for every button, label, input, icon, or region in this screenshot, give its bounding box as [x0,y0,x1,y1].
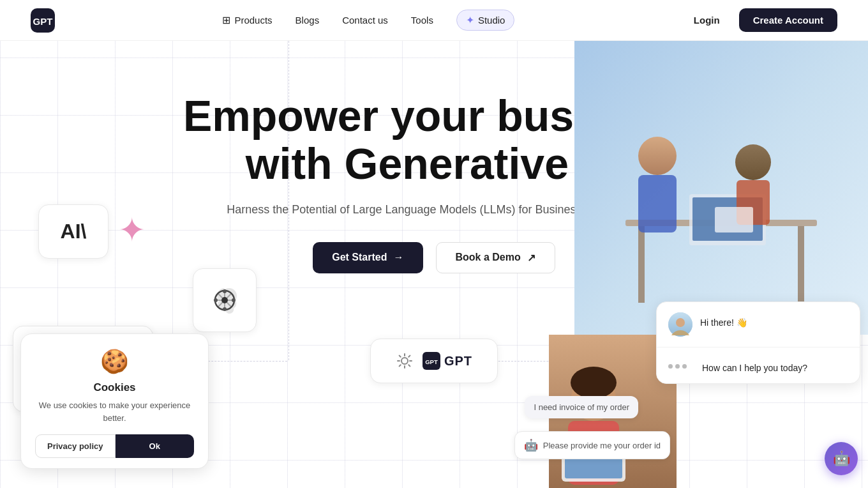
cookie-icon: 🍪 [100,348,129,374]
provide-bubble: 🤖 Please provide me your order id [514,431,670,459]
svg-rect-13 [638,226,645,303]
svg-rect-14 [798,226,804,303]
svg-rect-11 [574,41,868,335]
right-photo-section [549,41,868,488]
svg-point-8 [401,358,408,364]
svg-point-24 [571,367,617,399]
chat-avatar-hi [668,312,692,337]
cookie-ok-button[interactable]: Ok [116,434,195,458]
openai-icon [207,283,242,317]
cookie-actions: Privacy policy Ok [35,434,194,458]
robot-icon: 🤖 [833,450,850,467]
nav-actions: Login Create Account [682,8,837,32]
invoice-text: I need invoice of my order [534,402,629,412]
book-demo-button[interactable]: Book a Demo ↗ [436,242,555,273]
gpt-center-logo-box: GPT GPT [370,339,498,383]
pink-star-decoration: ✦ [118,211,146,249]
logo-icon: GPT [31,8,55,33]
book-demo-label: Book a Demo [456,252,521,263]
studio-star-icon: ✦ [466,14,474,26]
wave-dot-2 [675,364,680,369]
ai-card: AI\ [38,204,108,259]
arrow-right-icon: → [394,252,404,263]
cookie-icon-wrap: 🍪 [35,348,194,375]
chat-row-help: How can I help you today? [657,347,860,383]
chat-text-help: How can I help you today? [694,358,807,373]
svg-point-6 [214,298,218,302]
cookie-banner: 🍪 Cookies We use cookies to make your ex… [20,333,209,469]
nav-item-products[interactable]: ⊞ Products [222,14,272,26]
navbar: GPT ⊞ Products Blogs Contact us Tools [0,0,868,41]
nav-label-contact: Contact us [342,15,388,26]
main-photo-overlay [574,41,868,335]
create-account-button[interactable]: Create Account [739,8,837,32]
nav-label-products: Products [234,15,272,26]
external-link-icon: ↗ [527,252,535,264]
nav-logo[interactable]: GPT [31,8,55,33]
privacy-policy-button[interactable]: Privacy policy [35,434,116,458]
login-button[interactable]: Login [682,10,731,31]
nav-label-tools: Tools [411,15,433,26]
nav-item-contact[interactable]: Contact us [342,15,388,26]
svg-point-19 [735,144,771,180]
robot-chat-button[interactable]: 🤖 [825,442,858,475]
chat-box-right: Hi there! 👋 How can I help you today? [656,301,860,384]
wave-dot-1 [668,364,673,369]
wave-loading [668,358,687,369]
provide-text: Please provide me your order id [543,441,661,450]
svg-rect-18 [638,175,677,233]
nav-label-studio: Studio [478,15,505,26]
openai-logo-card [193,268,257,332]
svg-point-5 [223,307,227,311]
svg-text:GPT: GPT [33,16,53,27]
svg-rect-21 [715,207,753,233]
svg-point-17 [638,137,677,175]
cookie-description: We use cookies to make your experience b… [35,399,194,424]
get-started-button[interactable]: Get Started → [313,242,423,273]
nav-label-blogs: Blogs [296,15,320,26]
svg-point-29 [676,318,685,327]
get-started-label: Get Started [332,252,387,263]
cookie-title: Cookies [35,381,194,394]
nav-item-blogs[interactable]: Blogs [296,15,320,26]
invoice-bubble: I need invoice of my order [525,396,638,418]
svg-point-4 [223,289,227,293]
nav-item-tools[interactable]: Tools [411,15,433,26]
gpt-center-label: GPT [444,354,472,369]
wave-dot-3 [682,364,687,369]
robot-small-icon: 🤖 [524,438,538,452]
svg-point-7 [232,298,236,302]
svg-text:GPT: GPT [425,358,438,365]
ai-card-text: AI\ [61,220,87,243]
chat-row-hi: Hi there! 👋 [657,302,860,347]
grid-icon: ⊞ [222,14,230,26]
gpt-mini-logo: GPT [423,352,440,370]
nav-item-studio[interactable]: ✦ Studio [456,10,515,31]
chat-text-hi: Hi there! 👋 [700,312,747,328]
gpt-logo-inline: GPT GPT [423,352,472,370]
svg-point-3 [221,297,228,303]
gear-icon [396,352,414,370]
people-svg [574,41,868,335]
nav-links: ⊞ Products Blogs Contact us Tools ✦ Stud… [222,10,514,31]
avatar-svg-hi [668,312,692,337]
